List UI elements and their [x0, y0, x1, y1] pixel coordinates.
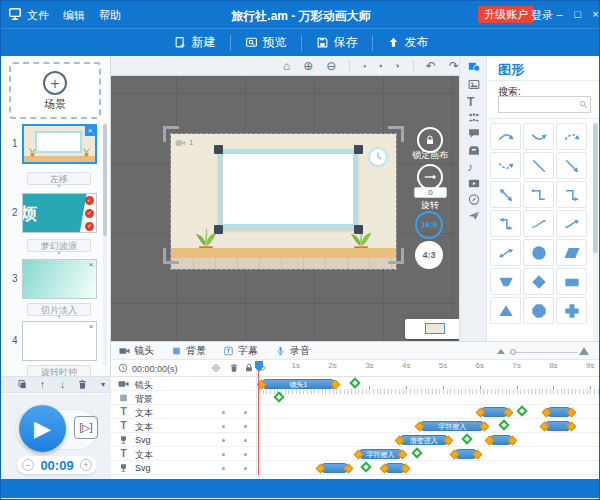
- transition-tag[interactable]: 梦幻波浪: [27, 239, 91, 252]
- block-diamond-icon[interactable]: [315, 464, 325, 474]
- shape-curve-arrow[interactable]: [556, 210, 587, 237]
- shape-elbow-double-arrow[interactable]: [490, 210, 521, 237]
- shape-parallelogram[interactable]: [556, 239, 587, 266]
- animation-block[interactable]: [320, 463, 349, 473]
- shape-plus-shape[interactable]: [556, 297, 587, 324]
- new-button[interactable]: 新建: [160, 33, 230, 53]
- zoom-out-icon[interactable]: ⊖: [326, 60, 336, 72]
- keyframe-diamond-icon[interactable]: [349, 377, 360, 388]
- scene-thumbnail[interactable]: 烦✓✓✓×: [22, 193, 97, 233]
- menu-item[interactable]: 编辑: [63, 8, 85, 23]
- minimize-button[interactable]: –: [552, 7, 567, 22]
- block-diamond-icon[interactable]: [566, 408, 576, 418]
- keyframe-diamond-icon[interactable]: [498, 419, 509, 430]
- shape-arrow[interactable]: [556, 152, 587, 179]
- publish-button[interactable]: 发布: [373, 33, 443, 53]
- characters-icon[interactable]: [467, 111, 481, 124]
- animation-block[interactable]: [489, 435, 513, 445]
- scene-close-icon[interactable]: ×: [86, 260, 96, 270]
- block-diamond-icon[interactable]: [354, 450, 364, 460]
- block-diamond-icon[interactable]: [480, 422, 490, 432]
- shape-octagon[interactable]: [523, 297, 554, 324]
- whiteboard[interactable]: [218, 149, 358, 229]
- expand-caret-icon[interactable]: ▾: [101, 380, 105, 389]
- save-button[interactable]: 保存: [302, 33, 372, 53]
- shape-triangle[interactable]: [490, 297, 521, 324]
- plane-icon[interactable]: [467, 209, 481, 222]
- keyframe-diamond-icon[interactable]: [360, 461, 371, 472]
- image-icon[interactable]: [467, 78, 481, 91]
- minimap[interactable]: [405, 319, 459, 339]
- shape-s-curve[interactable]: [523, 210, 554, 237]
- shapes-scrollbar-thumb[interactable]: [593, 123, 598, 253]
- shape-rounded-rect[interactable]: [556, 268, 587, 295]
- timeline-zoom-slider[interactable]: [497, 348, 589, 356]
- animation-block[interactable]: [454, 449, 478, 459]
- animation-block[interactable]: 镜头1: [261, 379, 336, 389]
- undo-icon[interactable]: ↶: [426, 60, 436, 72]
- scene-thumbnail[interactable]: ×: [22, 321, 97, 361]
- track-toggle-dot[interactable]: [244, 453, 247, 456]
- selection-handle[interactable]: [214, 225, 223, 234]
- keyframe-icon[interactable]: [211, 363, 221, 373]
- ratio-4-3-button[interactable]: 4:3: [415, 241, 443, 269]
- transition-tag[interactable]: 切片淡入: [27, 303, 91, 316]
- effects-icon[interactable]: [467, 193, 481, 206]
- scene-thumbnail[interactable]: ×: [22, 259, 97, 299]
- video-icon[interactable]: [467, 177, 481, 190]
- animation-block[interactable]: [480, 407, 509, 417]
- add-scene-button[interactable]: + 场景: [9, 62, 101, 119]
- slider-min-icon[interactable]: [497, 349, 505, 354]
- selection-handle[interactable]: [354, 225, 363, 234]
- clipboard-icon[interactable]: [379, 60, 383, 72]
- track-toggle-dot[interactable]: [244, 425, 247, 428]
- scene-item[interactable]: 2烦✓✓✓×: [1, 193, 101, 233]
- scene-item[interactable]: 4×: [1, 321, 101, 361]
- shape-circle[interactable]: [523, 239, 554, 266]
- track-toggle-dot[interactable]: [244, 411, 247, 414]
- slider-track[interactable]: [509, 352, 577, 353]
- block-diamond-icon[interactable]: [443, 436, 453, 446]
- block-diamond-icon[interactable]: [344, 464, 354, 474]
- slider-max-icon[interactable]: [579, 347, 589, 355]
- shapes-icon[interactable]: [467, 60, 481, 73]
- lock-icon[interactable]: [244, 363, 254, 373]
- time-plus-button[interactable]: +: [80, 459, 92, 471]
- playhead-line[interactable]: [258, 362, 259, 475]
- trash-icon[interactable]: [229, 363, 239, 373]
- duplicate-icon[interactable]: [17, 379, 28, 390]
- track-toggle-dot[interactable]: [222, 425, 225, 428]
- track-toggle-dot[interactable]: [222, 411, 225, 414]
- stage[interactable]: 1: [171, 134, 396, 269]
- animation-block[interactable]: [546, 407, 572, 417]
- timeline-tab-字幕[interactable]: 字幕: [223, 344, 258, 358]
- block-diamond-icon[interactable]: [507, 436, 517, 446]
- scene-close-icon[interactable]: ×: [85, 126, 95, 136]
- scene-close-icon[interactable]: ×: [86, 322, 96, 332]
- animation-block[interactable]: [384, 463, 406, 473]
- upgrade-account-button[interactable]: 升级账户: [478, 6, 534, 23]
- track-toggle-dot[interactable]: [244, 439, 247, 442]
- block-diamond-icon[interactable]: [397, 450, 407, 460]
- shape-line[interactable]: [523, 152, 554, 179]
- trash-icon[interactable]: [77, 379, 88, 390]
- preview-button[interactable]: 预览: [231, 33, 301, 53]
- block-diamond-icon[interactable]: [450, 450, 460, 460]
- animation-block[interactable]: [544, 421, 572, 431]
- scene-item[interactable]: 1×: [1, 124, 101, 164]
- redo-icon[interactable]: ↷: [449, 60, 459, 72]
- materials-icon[interactable]: [467, 144, 481, 157]
- shape-arc-up-dashed-arrow[interactable]: [556, 123, 587, 150]
- scene-thumbnail[interactable]: ×: [22, 124, 97, 164]
- animation-block[interactable]: 字符擦入: [358, 449, 402, 459]
- time-minus-button[interactable]: −: [22, 459, 34, 471]
- speech-bubble-icon[interactable]: [467, 127, 481, 140]
- timeline-tab-录音[interactable]: 录音: [275, 344, 310, 358]
- keyframe-diamond-icon[interactable]: [274, 391, 285, 402]
- block-diamond-icon[interactable]: [331, 380, 341, 390]
- text-icon[interactable]: T: [467, 95, 481, 108]
- scene-list-scrollbar-thumb[interactable]: [103, 124, 107, 236]
- shape-elbow-arrow[interactable]: [556, 181, 587, 208]
- preview-scene-button[interactable]: [▷]: [74, 416, 98, 439]
- shape-arc-up-arrow[interactable]: [490, 123, 521, 150]
